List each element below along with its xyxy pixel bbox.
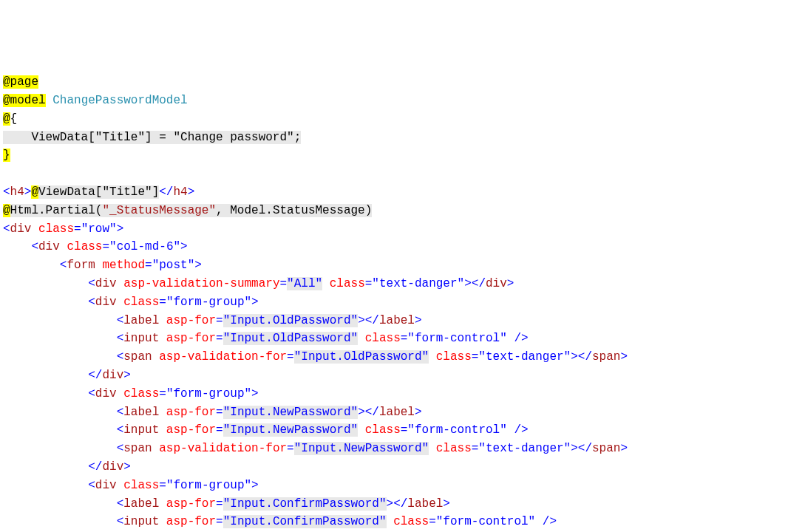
line-5: } xyxy=(3,149,10,162)
line-7: <h4>@ViewData["Title"]</h4> xyxy=(3,185,194,199)
tag-h4-close: h4 xyxy=(173,185,187,199)
tag-span: span xyxy=(123,350,152,364)
razor-at: @ xyxy=(3,112,10,126)
line-8: @Html.Partial("_StatusMessage", Model.St… xyxy=(3,204,372,217)
tag-input: input xyxy=(123,332,159,345)
line-22: </div> xyxy=(3,460,131,474)
line-17: </div> xyxy=(3,369,131,382)
line-9: <div class="row"> xyxy=(3,222,123,236)
attr-class: class xyxy=(38,222,74,236)
razor-page-directive: @page xyxy=(3,75,38,89)
csharp-expression: ViewData["Title"] = "Change password"; xyxy=(3,131,301,144)
line-24: <label asp-for="Input.ConfirmPassword"><… xyxy=(3,497,450,511)
brace-close: } xyxy=(3,149,10,162)
razor-at: @ xyxy=(31,185,38,199)
line-15: <input asp-for="Input.OldPassword" class… xyxy=(3,332,529,345)
razor-at: @ xyxy=(3,204,10,217)
line-14: <label asp-for="Input.OldPassword"></lab… xyxy=(3,314,422,327)
line-11: <form method="post"> xyxy=(3,259,202,272)
tag-div: div xyxy=(10,222,32,236)
tag-div: div xyxy=(38,240,60,253)
line-3: @{ xyxy=(3,112,17,126)
punct: > xyxy=(24,185,32,199)
tag-h4: h4 xyxy=(10,185,24,199)
line-12: <div asp-validation-summary="All" class=… xyxy=(3,277,514,290)
attr-value: "row" xyxy=(81,222,117,236)
line-25: <input asp-for="Input.ConfirmPassword" c… xyxy=(3,515,557,528)
line-21: <span asp-validation-for="Input.NewPassw… xyxy=(3,442,628,455)
line-18: <div class="form-group"> xyxy=(3,387,259,400)
line-13: <div class="form-group"> xyxy=(3,296,259,309)
tag-label: label xyxy=(123,314,159,327)
line-20: <input asp-for="Input.NewPassword" class… xyxy=(3,423,529,437)
punct: < xyxy=(3,185,10,199)
model-type: ChangePasswordModel xyxy=(52,94,187,107)
csharp-expression: Html.Partial("_StatusMessage", Model.Sta… xyxy=(10,204,373,217)
line-1: @page xyxy=(3,75,38,89)
line-16: <span asp-validation-for="Input.OldPassw… xyxy=(3,350,628,364)
line-23: <div class="form-group"> xyxy=(3,479,259,492)
line-2: @model ChangePasswordModel xyxy=(3,94,188,107)
razor-model-directive: @model xyxy=(3,94,46,107)
punct: </ xyxy=(159,185,173,199)
tag-form: form xyxy=(67,259,95,272)
line-4: ViewData["Title"] = "Change password"; xyxy=(3,131,301,144)
punct: > xyxy=(188,185,195,199)
line-10: <div class="col-md-6"> xyxy=(3,240,188,253)
line-19: <label asp-for="Input.NewPassword"></lab… xyxy=(3,406,422,419)
brace-open: { xyxy=(10,112,18,126)
tag-div: div xyxy=(95,277,117,290)
code-editor[interactable]: @page @model ChangePasswordModel @{ View… xyxy=(3,73,788,532)
csharp-expression: ViewData["Title"] xyxy=(38,185,159,199)
